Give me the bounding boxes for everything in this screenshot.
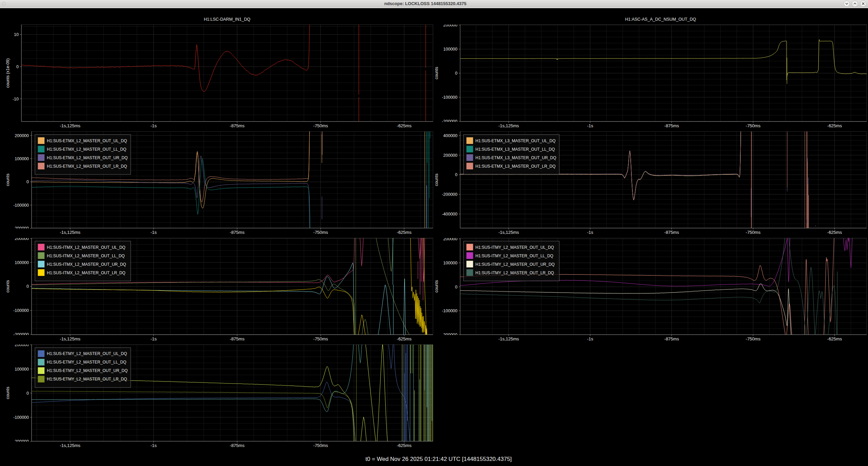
svg-text:-200000: -200000: [442, 192, 458, 197]
svg-text:-1s,125ms: -1s,125ms: [498, 123, 519, 128]
svg-text:-1s: -1s: [587, 123, 593, 128]
svg-text:-1s,125ms: -1s,125ms: [60, 336, 80, 341]
svg-text:-875ms: -875ms: [664, 230, 679, 235]
svg-text:0: 0: [16, 64, 19, 69]
svg-text:-875ms: -875ms: [664, 336, 679, 341]
svg-text:t0 = Wed Nov 26 2025 01:21:42: t0 = Wed Nov 26 2025 01:21:42 UTC [14481…: [365, 456, 512, 462]
svg-text:-750ms: -750ms: [313, 443, 328, 448]
svg-text:counts: counts: [5, 173, 10, 186]
svg-text:-875ms: -875ms: [230, 230, 245, 235]
svg-text:counts: counts: [5, 280, 10, 293]
svg-text:-750ms: -750ms: [313, 336, 328, 341]
svg-text:0: 0: [455, 71, 458, 76]
svg-text:100000: 100000: [15, 156, 29, 161]
svg-text:H1:SUS-ETMX_L2_MASTER_OUT_UL_D: H1:SUS-ETMX_L2_MASTER_OUT_UL_DQ: [47, 138, 127, 143]
svg-text:-100000: -100000: [442, 95, 458, 100]
svg-text:counts (x1e-09): counts (x1e-09): [5, 58, 10, 88]
svg-text:0: 0: [26, 391, 29, 396]
svg-text:H1:SUS-ITMX_L2_MASTER_OUT_UL_D: H1:SUS-ITMX_L2_MASTER_OUT_UL_DQ: [47, 245, 125, 250]
svg-text:H1:SUS-ETMX_L3_MASTER_OUT_LR_D: H1:SUS-ETMX_L3_MASTER_OUT_LR_DQ: [476, 164, 556, 169]
svg-text:counts: counts: [434, 67, 439, 79]
svg-text:-875ms: -875ms: [230, 443, 245, 448]
svg-text:-625ms: -625ms: [827, 336, 842, 341]
svg-text:-625ms: -625ms: [397, 443, 412, 448]
svg-text:-1s: -1s: [150, 336, 157, 341]
svg-text:H1:SUS-ETMY_L2_MASTER_OUT_UL_D: H1:SUS-ETMY_L2_MASTER_OUT_UL_DQ: [47, 351, 127, 356]
svg-text:H1:SUS-ITMY_L2_MASTER_OUT_UR_D: H1:SUS-ITMY_L2_MASTER_OUT_UR_DQ: [476, 262, 555, 267]
svg-text:counts: counts: [434, 280, 439, 293]
svg-text:400000: 400000: [443, 133, 458, 138]
svg-text:counts: counts: [5, 387, 10, 399]
svg-text:H1:SUS-ETMY_L2_MASTER_OUT_LR_D: H1:SUS-ETMY_L2_MASTER_OUT_LR_DQ: [47, 377, 127, 381]
svg-text:-1s,125ms: -1s,125ms: [60, 123, 80, 128]
svg-text:100000: 100000: [15, 260, 29, 265]
svg-text:-750ms: -750ms: [746, 336, 761, 341]
svg-text:0: 0: [26, 284, 29, 289]
svg-text:200000: 200000: [15, 133, 29, 138]
svg-text:H1:SUS-ITMY_L2_MASTER_OUT_LR_D: H1:SUS-ITMY_L2_MASTER_OUT_LR_DQ: [476, 271, 554, 275]
svg-text:-1s: -1s: [150, 443, 157, 448]
svg-text:H1:SUS-ETMX_L2_MASTER_OUT_UR_D: H1:SUS-ETMX_L2_MASTER_OUT_UR_DQ: [47, 155, 128, 160]
svg-text:-1s: -1s: [150, 123, 157, 128]
svg-text:-625ms: -625ms: [397, 336, 412, 341]
svg-text:-875ms: -875ms: [664, 123, 679, 128]
svg-text:-750ms: -750ms: [313, 230, 328, 235]
svg-text:-750ms: -750ms: [746, 230, 761, 235]
svg-text:100000: 100000: [443, 47, 458, 52]
svg-text:200000: 200000: [443, 153, 458, 158]
svg-text:H1:SUS-ETMX_L3_MASTER_OUT_UR_D: H1:SUS-ETMX_L3_MASTER_OUT_UR_DQ: [476, 155, 556, 160]
svg-text:-625ms: -625ms: [397, 230, 412, 235]
svg-text:ndscope: LOCKLOSS 1448155320.4: ndscope: LOCKLOSS 1448155320.4375: [384, 1, 466, 6]
svg-text:-625ms: -625ms: [827, 230, 842, 235]
svg-text:H1:SUS-ETMY_L2_MASTER_OUT_UR_D: H1:SUS-ETMY_L2_MASTER_OUT_UR_DQ: [47, 368, 128, 373]
svg-text:H1:SUS-ITMY_L2_MASTER_OUT_UL_D: H1:SUS-ITMY_L2_MASTER_OUT_UL_DQ: [476, 245, 554, 250]
svg-text:-1s,125ms: -1s,125ms: [60, 230, 80, 235]
svg-text:-100000: -100000: [13, 308, 29, 313]
svg-text:H1:SUS-ITMX_L2_MASTER_OUT_UR_D: H1:SUS-ITMX_L2_MASTER_OUT_UR_DQ: [47, 262, 126, 267]
svg-text:H1:SUS-ITMX_L2_MASTER_OUT_LR_D: H1:SUS-ITMX_L2_MASTER_OUT_LR_DQ: [47, 271, 125, 275]
svg-text:0: 0: [26, 180, 29, 184]
svg-text:H1:SUS-ETMX_L2_MASTER_OUT_LL_D: H1:SUS-ETMX_L2_MASTER_OUT_LL_DQ: [47, 147, 126, 152]
svg-text:-750ms: -750ms: [313, 123, 328, 128]
svg-text:-100000: -100000: [442, 309, 458, 313]
svg-text:-100000: -100000: [13, 415, 29, 420]
svg-text:H1:ASC-AS_A_DC_NSUM_OUT_DQ: H1:ASC-AS_A_DC_NSUM_OUT_DQ: [625, 17, 696, 22]
svg-text:10: 10: [14, 32, 19, 37]
svg-text:0: 0: [455, 285, 458, 290]
svg-text:-875ms: -875ms: [230, 336, 245, 341]
svg-text:-875ms: -875ms: [230, 123, 245, 128]
svg-text:-1s: -1s: [587, 336, 593, 341]
svg-text:counts: counts: [434, 173, 439, 186]
svg-text:H1:LSC-DARM_IN1_DQ: H1:LSC-DARM_IN1_DQ: [204, 17, 251, 22]
svg-text:H1:SUS-ETMX_L3_MASTER_OUT_LL_D: H1:SUS-ETMX_L3_MASTER_OUT_LL_DQ: [476, 147, 555, 152]
svg-text:-1s,125ms: -1s,125ms: [60, 443, 80, 448]
svg-text:-750ms: -750ms: [746, 123, 761, 128]
svg-text:-10: -10: [13, 97, 19, 101]
svg-text:100000: 100000: [443, 261, 458, 265]
svg-text:-625ms: -625ms: [827, 123, 842, 128]
svg-text:-1s,125ms: -1s,125ms: [498, 230, 519, 235]
svg-text:-1s: -1s: [150, 230, 157, 235]
svg-text:-400000: -400000: [442, 212, 458, 217]
svg-text:H1:SUS-ITMY_L2_MASTER_OUT_LL_D: H1:SUS-ITMY_L2_MASTER_OUT_LL_DQ: [476, 254, 553, 258]
svg-text:-1s: -1s: [587, 230, 593, 235]
svg-text:100000: 100000: [15, 367, 29, 372]
svg-text:-625ms: -625ms: [397, 123, 412, 128]
svg-text:H1:SUS-ITMX_L2_MASTER_OUT_LL_D: H1:SUS-ITMX_L2_MASTER_OUT_LL_DQ: [47, 254, 125, 258]
svg-text:-1s,125ms: -1s,125ms: [498, 336, 519, 341]
svg-text:H1:SUS-ETMX_L3_MASTER_OUT_UL_D: H1:SUS-ETMX_L3_MASTER_OUT_UL_DQ: [476, 138, 556, 143]
svg-text:H1:SUS-ETMY_L2_MASTER_OUT_LL_D: H1:SUS-ETMY_L2_MASTER_OUT_LL_DQ: [47, 360, 126, 365]
svg-text:-100000: -100000: [13, 203, 29, 208]
svg-text:0: 0: [455, 172, 458, 177]
svg-text:H1:SUS-ETMX_L2_MASTER_OUT_LR_D: H1:SUS-ETMX_L2_MASTER_OUT_LR_DQ: [47, 164, 127, 169]
